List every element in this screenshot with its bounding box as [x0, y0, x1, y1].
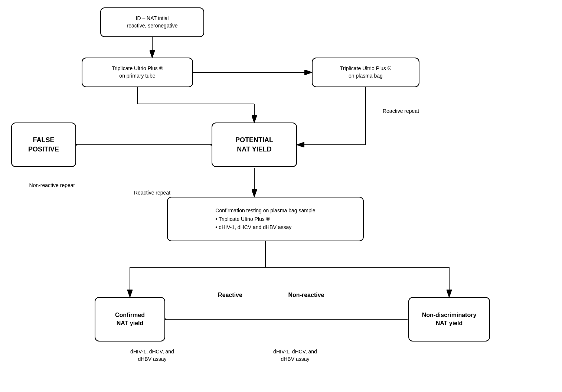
false-positive-box: FALSE POSITIVE [11, 122, 76, 167]
non-reactive-label: Non-reactive [278, 291, 334, 299]
non-reactive-repeat-label: Non-reactive repeat [26, 182, 78, 189]
triplicate-plasma-bag-box: Triplicate Ultrio Plus ® on plasma bag [312, 58, 419, 87]
triplicate-primary-box: Triplicate Ultrio Plus ® on primary tube [82, 58, 193, 87]
diagram: ID – NAT intial reactive, seronegative T… [0, 0, 562, 392]
confirmed-nat-yield-box: Confirmed NAT yield [95, 297, 165, 342]
reactive-repeat-right-label: Reactive repeat [371, 108, 431, 115]
dhiv-right-label: dHIV-1, dHCV, and dHBV assay [271, 348, 319, 363]
potential-nat-yield-box: POTENTIAL NAT YIELD [212, 122, 297, 167]
id-nat-box: ID – NAT intial reactive, seronegative [100, 7, 204, 37]
non-discriminatory-nat-yield-box: Non-discriminatory NAT yield [408, 297, 490, 342]
dhiv-left-label: dHIV-1, dHCV, and dHBV assay [128, 348, 176, 363]
reactive-repeat-left-label: Reactive repeat [134, 189, 171, 197]
confirmation-testing-box: Confirmation testing on plasma bag sampl… [167, 197, 364, 241]
reactive-label: Reactive [206, 291, 254, 299]
